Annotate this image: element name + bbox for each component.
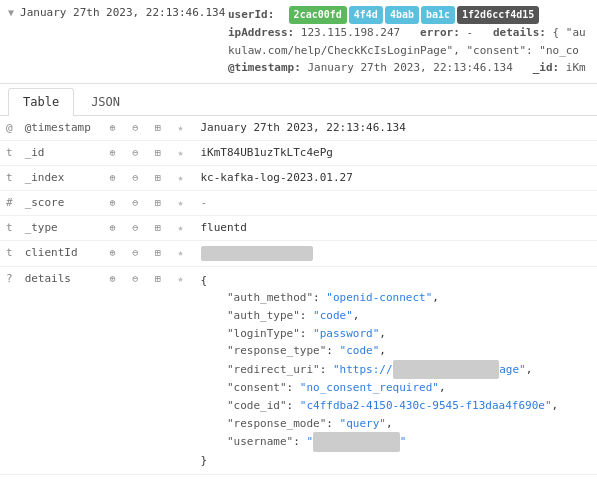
table-row: t _id ⊕ ⊖ ⊞ ★ iKmT84UB1uzTkLTc4ePg — [0, 140, 597, 165]
zoom-out-icon[interactable]: ⊖ — [127, 196, 143, 210]
ip-value: 123.115.198.247 — [301, 26, 400, 39]
zoom-in-icon[interactable]: ⊕ — [105, 121, 121, 135]
field-type: t — [0, 215, 19, 240]
field-value-json: { "auth_method": "openid-connect", "auth… — [195, 266, 598, 475]
table-row: # _score ⊕ ⊖ ⊞ ★ - — [0, 190, 597, 215]
field-value — [195, 240, 598, 266]
field-type: t — [0, 165, 19, 190]
star-icon[interactable]: ★ — [173, 121, 189, 135]
ip-label: ipAddress: — [228, 26, 294, 39]
json-key: "redirect_uri" — [227, 363, 320, 376]
zoom-in-icon[interactable]: ⊕ — [105, 196, 121, 210]
field-actions: ⊕ ⊖ ⊞ ★ — [99, 116, 195, 141]
zoom-in-icon[interactable]: ⊕ — [105, 146, 121, 160]
id-value: iKm — [566, 61, 586, 74]
details-label: details: — [493, 26, 546, 39]
zoom-out-icon[interactable]: ⊖ — [127, 221, 143, 235]
ts-value: January 27th 2023, 22:13:46.134 — [307, 61, 512, 74]
star-icon[interactable]: ★ — [173, 171, 189, 185]
json-val: " — [306, 435, 313, 448]
header-userid-line: userId: 2cac00fd4f4d4babba1c1f2d6ccf4d15 — [228, 6, 589, 24]
star-icon[interactable]: ★ — [173, 272, 189, 286]
zoom-in-icon[interactable]: ⊕ — [105, 272, 121, 286]
star-icon[interactable]: ★ — [173, 196, 189, 210]
field-name: _type — [19, 215, 99, 240]
tab-json[interactable]: JSON — [76, 88, 135, 115]
field-actions: ⊕ ⊖ ⊞ ★ — [99, 240, 195, 266]
json-val: "code" — [313, 309, 353, 322]
star-icon[interactable]: ★ — [173, 146, 189, 160]
grid-icon[interactable]: ⊞ — [150, 121, 166, 135]
userid-tag-1: 4f4d — [349, 6, 383, 24]
table-row: t clientId ⊕ ⊖ ⊞ ★ — [0, 240, 597, 266]
grid-icon[interactable]: ⊞ — [150, 221, 166, 235]
json-val-suffix: age" — [499, 363, 526, 376]
id-label: _id: — [533, 61, 560, 74]
field-type: ? — [0, 266, 19, 475]
field-name: @timestamp — [19, 116, 99, 141]
json-val: "no_consent_required" — [300, 381, 439, 394]
header-timestamp: January 27th 2023, 22:13:46.134 — [20, 6, 225, 19]
zoom-in-icon[interactable]: ⊕ — [105, 246, 121, 260]
table-row: @ @timestamp ⊕ ⊖ ⊞ ★ January 27th 2023, … — [0, 116, 597, 141]
star-icon[interactable]: ★ — [173, 246, 189, 260]
error-label: error: — [420, 26, 460, 39]
header-left: ▼ January 27th 2023, 22:13:46.134 — [8, 6, 228, 19]
details-snippet: { "au — [553, 26, 586, 39]
field-name: _id — [19, 140, 99, 165]
field-actions: ⊕ ⊖ ⊞ ★ — [99, 165, 195, 190]
field-actions: ⊕ ⊖ ⊞ ★ — [99, 190, 195, 215]
blurred-username — [313, 432, 400, 452]
field-value: January 27th 2023, 22:13:46.134 — [195, 116, 598, 141]
json-block: { "auth_method": "openid-connect", "auth… — [201, 272, 592, 470]
zoom-out-icon[interactable]: ⊖ — [127, 146, 143, 160]
field-type: # — [0, 190, 19, 215]
json-val: "openid-connect" — [326, 291, 432, 304]
blurred-value — [201, 246, 314, 261]
userid-label: userId: — [228, 8, 274, 21]
json-key: "response_mode" — [227, 417, 326, 430]
data-table: @ @timestamp ⊕ ⊖ ⊞ ★ January 27th 2023, … — [0, 116, 597, 476]
error-value: - — [466, 26, 473, 39]
field-name: clientId — [19, 240, 99, 266]
field-type: t — [0, 240, 19, 266]
field-name: _score — [19, 190, 99, 215]
zoom-out-icon[interactable]: ⊖ — [127, 272, 143, 286]
tab-table[interactable]: Table — [8, 88, 74, 116]
json-key: "consent" — [227, 381, 287, 394]
zoom-in-icon[interactable]: ⊕ — [105, 171, 121, 185]
grid-icon[interactable]: ⊞ — [150, 272, 166, 286]
json-val: "https:// — [333, 363, 393, 376]
grid-icon[interactable]: ⊞ — [150, 246, 166, 260]
ts-label: @timestamp: — [228, 61, 301, 74]
zoom-out-icon[interactable]: ⊖ — [127, 121, 143, 135]
field-value: fluentd — [195, 215, 598, 240]
field-type: t — [0, 140, 19, 165]
grid-icon[interactable]: ⊞ — [150, 196, 166, 210]
zoom-in-icon[interactable]: ⊕ — [105, 221, 121, 235]
field-type: @ — [0, 116, 19, 141]
expand-icon[interactable]: ▼ — [8, 7, 14, 18]
userid-tag-2: 4bab — [385, 6, 419, 24]
header-ip-line: ipAddress: 123.115.198.247 error: - deta… — [228, 24, 589, 42]
json-key: "auth_type" — [227, 309, 300, 322]
field-value: - — [195, 190, 598, 215]
zoom-out-icon[interactable]: ⊖ — [127, 246, 143, 260]
userid-tag-0: 2cac00fd — [289, 6, 347, 24]
star-icon[interactable]: ★ — [173, 221, 189, 235]
json-key: "username" — [227, 435, 293, 448]
json-val: "code" — [340, 344, 380, 357]
json-val: "c4ffdba2-4150-430c-9545-f13daa4f690e" — [300, 399, 552, 412]
grid-icon[interactable]: ⊞ — [150, 171, 166, 185]
json-val-close: " — [400, 435, 407, 448]
zoom-out-icon[interactable]: ⊖ — [127, 171, 143, 185]
header-line2: kulaw.com/help/CheckKcIsLoginPage", "con… — [228, 42, 589, 60]
grid-icon[interactable]: ⊞ — [150, 146, 166, 160]
json-key: "auth_method" — [227, 291, 313, 304]
json-key: "code_id" — [227, 399, 287, 412]
field-name: _index — [19, 165, 99, 190]
field-actions: ⊕ ⊖ ⊞ ★ — [99, 140, 195, 165]
tab-bar: Table JSON — [0, 88, 597, 116]
json-val: "password" — [313, 327, 379, 340]
header-row: ▼ January 27th 2023, 22:13:46.134 userId… — [0, 0, 597, 84]
